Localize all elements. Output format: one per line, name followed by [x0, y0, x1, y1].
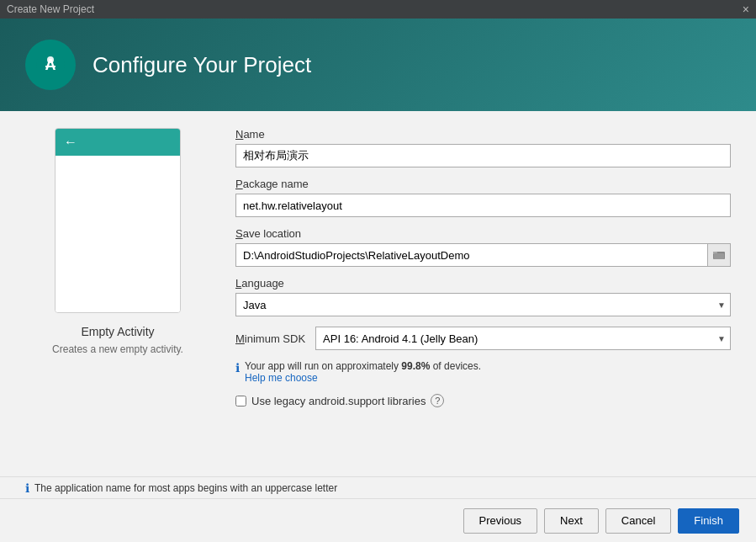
warning-row: ℹ The application name for most apps beg…	[0, 476, 756, 498]
info-row: ℹ Your app will run on approximately 99.…	[235, 360, 731, 384]
folder-button[interactable]	[707, 243, 731, 267]
header: A Configure Your Project	[0, 19, 756, 111]
name-label: NNameame	[235, 128, 731, 141]
mockup-header: ←	[56, 129, 180, 156]
warning-text: The application name for most apps begin…	[34, 482, 337, 494]
next-button[interactable]: Next	[544, 508, 599, 534]
legacy-checkbox-row: Use legacy android.support libraries ?	[235, 394, 731, 407]
legacy-checkbox[interactable]	[235, 396, 246, 406]
finish-button[interactable]: Finish	[678, 508, 739, 534]
dialog: A Configure Your Project ← Empty Activit…	[0, 19, 756, 542]
package-input[interactable]	[235, 194, 731, 217]
language-group: Language JavaKotlin ▼	[235, 277, 731, 316]
language-label: Language	[235, 277, 731, 290]
package-name-group: Package name	[235, 178, 731, 217]
language-select[interactable]: JavaKotlin	[235, 293, 731, 316]
back-arrow-icon: ←	[64, 135, 77, 150]
activity-desc: Creates a new empty activity.	[52, 343, 183, 355]
left-panel: ← Empty Activity Creates a new empty act…	[25, 128, 210, 460]
svg-rect-6	[714, 253, 724, 259]
sdk-row: Minimum SDK API 16: Android 4.1 (Jelly B…	[235, 327, 731, 350]
save-location-input[interactable]	[235, 243, 707, 267]
help-icon[interactable]: ?	[431, 394, 444, 407]
android-studio-icon: A	[25, 40, 76, 90]
cancel-button[interactable]: Cancel	[605, 508, 671, 534]
content-area: ← Empty Activity Creates a new empty act…	[0, 111, 756, 476]
mockup-body	[56, 156, 180, 312]
save-location-label: Save location	[235, 227, 731, 240]
package-label: Package name	[235, 178, 731, 190]
close-button[interactable]: ×	[743, 3, 749, 16]
sdk-select[interactable]: API 16: Android 4.1 (Jelly Bean)API 21: …	[315, 327, 731, 350]
language-select-wrapper: JavaKotlin ▼	[235, 293, 731, 316]
name-input[interactable]	[235, 144, 731, 167]
title-bar-left: Create New Project	[7, 3, 94, 15]
header-title: Configure Your Project	[93, 52, 311, 78]
warning-icon: ℹ	[25, 481, 29, 495]
sdk-label: Minimum SDK	[235, 332, 305, 345]
right-panel: NNameame Package name Save location	[235, 128, 731, 460]
sdk-select-wrapper: API 16: Android 4.1 (Jelly Bean)API 21: …	[315, 327, 731, 350]
title-bar: Create New Project ×	[0, 0, 756, 19]
footer: Previous Next Cancel Finish	[0, 498, 756, 542]
title-bar-title: Create New Project	[7, 3, 94, 15]
info-text: Your app will run on approximately 99.8%…	[245, 360, 481, 384]
info-icon: ℹ	[235, 361, 240, 375]
save-location-group: Save location	[235, 227, 731, 267]
legacy-checkbox-label: Use legacy android.support libraries	[251, 395, 426, 407]
help-link[interactable]: Help me choose	[245, 372, 318, 384]
previous-button[interactable]: Previous	[463, 508, 538, 534]
name-group: NNameame	[235, 128, 731, 167]
activity-label: Empty Activity	[81, 325, 154, 338]
save-location-row	[235, 243, 731, 267]
svg-point-2	[47, 56, 54, 63]
phone-mockup: ←	[55, 128, 181, 313]
